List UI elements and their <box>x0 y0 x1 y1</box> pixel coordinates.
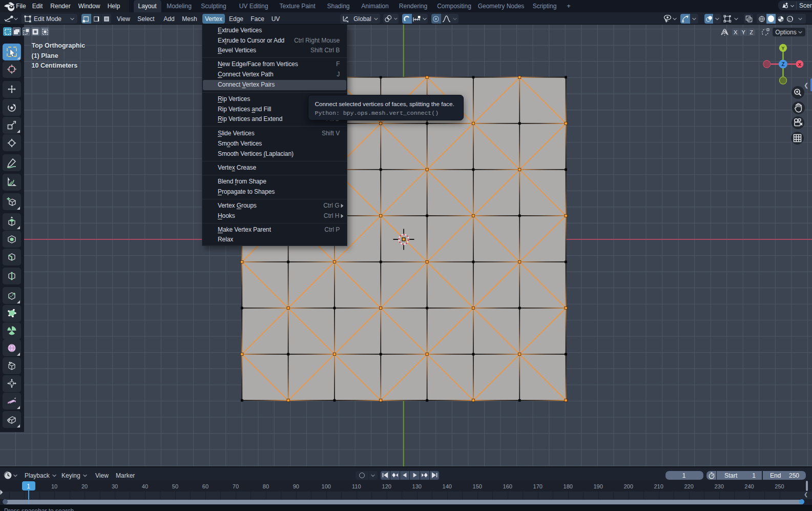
svg-text:X: X <box>798 62 802 67</box>
svg-text:Y: Y <box>781 45 785 51</box>
svg-text:Z: Z <box>781 62 784 67</box>
